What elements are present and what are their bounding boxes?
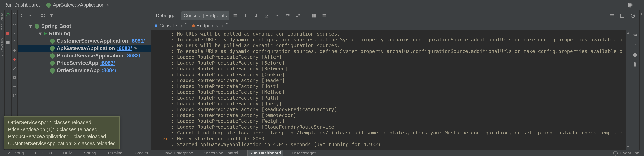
print-icon[interactable] [632, 52, 638, 57]
svg-rect-18 [312, 14, 314, 18]
close-icon[interactable]: × [106, 3, 109, 8]
console-body: : No URLs will be polled as dynamic conf… [151, 30, 639, 150]
settings-small-icon[interactable] [322, 13, 327, 18]
toolbar-icon-2[interactable] [12, 21, 17, 26]
svg-point-8 [13, 49, 16, 52]
pinned-tab-endpoints[interactable]: Endpoints →* [192, 23, 228, 29]
stop-icon[interactable] [5, 31, 11, 36]
bottom-todo[interactable]: 6: TODO [33, 150, 54, 156]
pin-icon [155, 24, 158, 27]
slash-icon[interactable] [12, 65, 17, 71]
play-icon [44, 32, 47, 35]
toolbar-icon-1[interactable] [12, 12, 17, 18]
upload-icon[interactable] [274, 13, 280, 18]
favorites-tab-icon[interactable]: 2: Favorites [0, 38, 4, 56]
tree-app-customer[interactable]: CustomerServiceApplication :8081/ [18, 37, 151, 45]
tree-root-spring-boot[interactable]: ▾ Spring Boot [18, 23, 151, 30]
pinned-tab-console[interactable]: Console →* [155, 23, 186, 29]
step-up-icon[interactable] [12, 39, 17, 44]
bottom-build[interactable]: Build [61, 150, 75, 156]
minimize-icon[interactable] [637, 2, 642, 8]
bottom-vcs[interactable]: 9: Version Control [202, 150, 240, 156]
svg-rect-20 [620, 14, 624, 18]
step-over-icon[interactable] [285, 13, 290, 18]
app-name: ProductServiceApplication [57, 53, 124, 59]
filter-icon[interactable] [49, 13, 54, 18]
clear-all-icon[interactable] [632, 62, 638, 67]
expand-all-icon[interactable] [19, 13, 24, 18]
svg-rect-19 [314, 14, 316, 18]
right-tool-strip: ⋯ [639, 10, 644, 150]
console-right-gutter [630, 30, 639, 150]
threads-icon[interactable] [609, 13, 614, 18]
event-log-icon[interactable]: ◯ [613, 150, 618, 155]
spring-leaf-icon [49, 52, 56, 59]
svg-rect-12 [13, 96, 14, 97]
bottom-messages[interactable]: 0: Messages [290, 150, 318, 156]
rerun-failed-icon[interactable] [5, 21, 11, 27]
collapse-all-icon[interactable] [27, 13, 33, 18]
bottom-debug[interactable]: 5: Debug [5, 150, 26, 156]
group-by-icon[interactable] [40, 13, 46, 18]
scroll-down-icon[interactable]: ▼ [626, 144, 630, 149]
bottom-run-dashboard[interactable]: Run Dashboard [248, 150, 283, 156]
bottom-cmdlet[interactable]: Cmdlet… [133, 150, 154, 156]
step-down-icon[interactable] [12, 30, 17, 35]
list-icon[interactable] [233, 13, 238, 18]
dirty-star-icon: * [185, 23, 186, 27]
tab-debugger[interactable]: Debugger [154, 11, 180, 20]
download-icon[interactable] [264, 13, 270, 18]
app-port-link[interactable]: :8080/ [117, 45, 132, 51]
overhead-icon[interactable] [630, 13, 636, 18]
edit-pencil-icon: ✎ [134, 46, 137, 51]
app-name: ApiGatewayApplication [57, 45, 115, 51]
view-breakpoints-icon[interactable] [12, 57, 17, 62]
svg-rect-3 [8, 41, 10, 44]
soft-wrap-icon[interactable] [632, 33, 638, 38]
titlebar-tab[interactable]: ApiGatewayApplication × [43, 1, 112, 9]
bottom-terminal[interactable]: Terminal [106, 150, 125, 156]
bottom-event-log[interactable]: Event Log [620, 150, 639, 155]
tree-app-order[interactable]: OrderServiceApp :8084/ [18, 67, 151, 74]
app-name: CustomerServiceApplication [57, 38, 128, 44]
scroll-up-icon[interactable]: ▲ [626, 30, 630, 35]
svg-rect-17 [44, 16, 45, 18]
svg-rect-6 [13, 24, 14, 25]
up-arrow-icon[interactable] [243, 13, 248, 18]
bottom-spring[interactable]: Spring [82, 150, 98, 156]
run-tree: ▾ Spring Boot ▾ Running CustomerServiceA… [18, 21, 151, 74]
mute-breakpoints-icon[interactable] [12, 48, 17, 53]
tree-icon[interactable] [12, 92, 17, 98]
down-arrow-icon[interactable] [254, 13, 259, 18]
memory-icon[interactable] [620, 13, 625, 18]
exit-icon[interactable] [12, 84, 17, 89]
console-output[interactable]: : No URLs will be polled as dynamic conf… [151, 30, 626, 150]
layout-icon[interactable] [5, 40, 11, 45]
console-scrollbar[interactable]: ▲ ▼ [626, 30, 630, 150]
svg-point-9 [13, 58, 16, 61]
layout-split-icon[interactable] [311, 13, 316, 18]
app-port-link[interactable]: :8081/ [130, 38, 145, 44]
tree-app-product[interactable]: ProductServiceApplication :8082/ [18, 52, 151, 59]
spring-leaf-icon [49, 60, 56, 66]
svg-point-10 [14, 77, 15, 78]
right-strip-icon[interactable]: ⋯ [640, 13, 644, 16]
sort-icon[interactable] [295, 13, 301, 18]
structure-tab-icon[interactable]: 7: Structure [0, 13, 4, 31]
bottom-java[interactable]: Java Enterprise [162, 150, 195, 156]
tree-app-apigateway[interactable]: ApiGatewayApplication :8080/ ✎ [18, 45, 151, 52]
chevron-down-icon: ▾ [39, 30, 42, 37]
tree-group-running[interactable]: ▾ Running [18, 30, 151, 37]
settings-gear-icon[interactable] [627, 2, 633, 8]
rerun-icon[interactable] [5, 12, 11, 18]
svg-rect-5 [15, 13, 16, 14]
scroll-to-end-icon[interactable] [632, 42, 638, 48]
spring-leaf-icon [45, 2, 52, 8]
app-port-link[interactable]: :8083/ [100, 60, 115, 66]
tree-app-price[interactable]: PriceServiceApp :8083/ [18, 59, 151, 67]
app-port-link[interactable]: :8082/ [125, 53, 140, 59]
camera-icon[interactable] [12, 74, 17, 80]
svg-rect-7 [15, 24, 16, 25]
tab-console-endpoints[interactable]: Console | Endpoints [182, 11, 229, 20]
app-port-link[interactable]: :8084/ [102, 67, 116, 73]
